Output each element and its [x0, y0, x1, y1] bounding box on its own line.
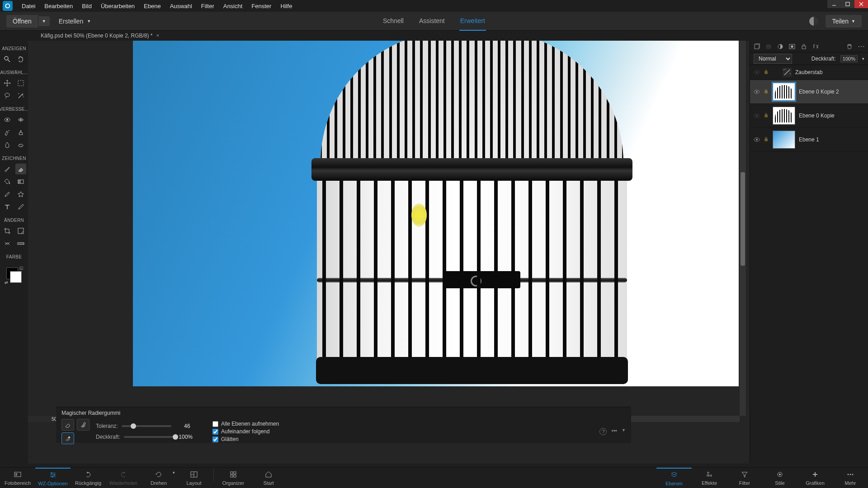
reset-colors-icon[interactable]: ◱ — [19, 266, 24, 270]
layer-visibility-icon[interactable] — [754, 113, 760, 119]
mode-tab-guided[interactable]: Assistent — [418, 12, 446, 31]
background-color[interactable] — [10, 271, 22, 283]
clone-stamp-tool[interactable] — [15, 127, 26, 138]
layer-lock-icon[interactable]: 🔒 — [764, 113, 769, 118]
opacity-slider[interactable] — [124, 436, 174, 438]
content-aware-tool[interactable] — [2, 238, 13, 249]
eraser-tool[interactable] — [15, 164, 26, 174]
adjustment-layer-icon[interactable] — [776, 42, 784, 51]
menu-datei[interactable]: Datei — [17, 0, 40, 12]
canvas-area[interactable]: 50% Dok : 25,7M/116,6M ▶ Magischer Radie… — [28, 41, 750, 464]
window-close-button[interactable] — [854, 0, 868, 8]
contiguous-checkbox[interactable]: Aufeinander folgend — [212, 428, 279, 435]
hand-tool[interactable] — [15, 54, 26, 65]
blur-tool[interactable] — [2, 140, 13, 150]
layer-fx-icon[interactable] — [811, 42, 820, 51]
bottom-layers-button[interactable]: Ebenen — [656, 468, 692, 488]
recompose-tool[interactable] — [15, 225, 26, 236]
magic-wand-tool[interactable] — [15, 90, 26, 101]
layer-row[interactable]: 🔒Ebene 1 — [750, 128, 868, 152]
tolerance-value[interactable]: 46 — [175, 423, 190, 429]
tolerance-slider[interactable] — [122, 425, 171, 427]
gradient-tool[interactable] — [15, 176, 26, 187]
collapse-panel-icon[interactable]: ▼ — [622, 428, 626, 435]
paint-bucket-tool[interactable] — [2, 176, 13, 187]
layer-thumbnail[interactable] — [773, 83, 795, 101]
bottom-tool-options-button[interactable]: WZ-Optionen — [35, 468, 71, 488]
layer-thumbnail[interactable] — [783, 68, 792, 77]
type-tool[interactable] — [2, 202, 13, 212]
bottom-layout-button[interactable]: Layout — [176, 468, 212, 488]
layer-name[interactable]: Ebene 0 Kopie — [799, 113, 835, 119]
bottom-effects-button[interactable]: fxEffekte — [692, 468, 727, 488]
bottom-home-button[interactable]: Start — [251, 468, 286, 488]
open-button[interactable]: Öffnen — [6, 15, 38, 28]
bottom-rotate-button[interactable]: ▾Drehen — [141, 468, 176, 488]
lock-layer-icon[interactable] — [800, 42, 808, 51]
bottom-undo-button[interactable]: Rückgängig — [71, 468, 106, 488]
layer-lock-icon[interactable]: 🔒 — [764, 70, 769, 75]
marquee-tool[interactable] — [15, 78, 26, 89]
delete-layer-icon[interactable] — [845, 42, 854, 51]
layer-opacity-value[interactable]: 100% — [840, 55, 858, 62]
spot-heal-tool[interactable] — [15, 114, 26, 125]
layer-row[interactable]: 🔒Zauberstab — [750, 65, 868, 80]
layer-row[interactable]: 🔒Ebene 0 Kopie 2 — [750, 80, 868, 104]
scrollbar-thumb[interactable] — [741, 172, 745, 266]
swap-colors-icon[interactable]: ⇄ — [5, 280, 8, 285]
layer-visibility-icon[interactable] — [754, 69, 760, 75]
mode-tab-expert[interactable]: Erweitert — [459, 12, 486, 31]
close-tab-icon[interactable]: × — [156, 33, 159, 39]
magic-eraser-mode-icon[interactable] — [61, 432, 74, 444]
bottom-filters-button[interactable]: Filter — [727, 468, 762, 488]
layer-mask-icon[interactable] — [788, 42, 796, 51]
menu-hilfe[interactable]: Hilfe — [276, 0, 297, 12]
all-layers-checkbox[interactable]: Alle Ebenen aufnehmen — [212, 421, 279, 427]
open-dropdown[interactable]: ▼ — [38, 16, 50, 26]
layer-name[interactable]: Ebene 1 — [799, 136, 819, 143]
layer-thumbnail[interactable] — [773, 131, 795, 149]
color-picker-tool[interactable] — [2, 189, 13, 200]
document-tab-title[interactable]: Käfig.psd bei 50% (Ebene 0 Kopie 2, RGB/… — [41, 33, 152, 39]
help-icon[interactable]: ? — [599, 428, 607, 435]
menu-überarbeiten[interactable]: Überarbeiten — [96, 0, 139, 12]
opacity-value[interactable]: 100% — [177, 434, 193, 440]
layer-visibility-icon[interactable] — [754, 136, 760, 143]
window-maximize-button[interactable] — [841, 0, 854, 8]
vertical-scrollbar[interactable] — [740, 41, 746, 416]
create-dropdown[interactable]: Erstellen▼ — [59, 18, 91, 25]
bottom-graphics-button[interactable]: Grafiken — [797, 468, 833, 488]
layer-visibility-icon[interactable] — [754, 89, 760, 95]
mode-tab-quick[interactable]: Schnell — [382, 12, 405, 31]
new-layer-icon[interactable] — [753, 42, 761, 51]
crop-tool[interactable] — [2, 225, 13, 236]
color-swatch[interactable]: ◱ ⇄ — [5, 266, 24, 285]
menu-auswahl[interactable]: Auswahl — [165, 0, 197, 12]
layer-name[interactable]: Ebene 0 Kopie 2 — [799, 89, 839, 95]
menu-ansicht[interactable]: Ansicht — [219, 0, 247, 12]
bottom-redo-button[interactable]: Wiederholen — [106, 468, 141, 488]
sponge-tool[interactable] — [15, 140, 26, 150]
eraser-mode-icon[interactable] — [61, 419, 74, 431]
layer-lock-icon[interactable]: 🔒 — [764, 137, 769, 142]
bottom-organizer-button[interactable]: Organizer — [216, 468, 251, 488]
menu-bearbeiten[interactable]: Bearbeiten — [40, 0, 77, 12]
redeye-tool[interactable] — [2, 114, 13, 125]
layer-name[interactable]: Zauberstab — [795, 69, 823, 75]
antialias-checkbox[interactable]: Glätten — [212, 436, 279, 442]
document-canvas[interactable] — [133, 41, 739, 386]
panel-menu-icon[interactable]: ••• — [611, 428, 617, 435]
layer-thumbnail[interactable] — [773, 107, 795, 125]
menu-bild[interactable]: Bild — [77, 0, 96, 12]
straighten-tool[interactable] — [15, 238, 26, 249]
pencil-tool[interactable] — [15, 202, 26, 212]
window-minimize-button[interactable] — [827, 0, 841, 8]
chevron-down-icon[interactable]: ▾ — [862, 56, 864, 61]
layer-row[interactable]: 🔒Ebene 0 Kopie — [750, 104, 868, 128]
menu-filter[interactable]: Filter — [197, 0, 219, 12]
bottom-more-button[interactable]: Mehr — [833, 468, 868, 488]
layer-group-icon[interactable] — [764, 42, 773, 51]
lasso-tool[interactable] — [2, 90, 13, 101]
menu-fenster[interactable]: Fenster — [247, 0, 276, 12]
blend-mode-select[interactable]: Normal — [754, 54, 792, 64]
